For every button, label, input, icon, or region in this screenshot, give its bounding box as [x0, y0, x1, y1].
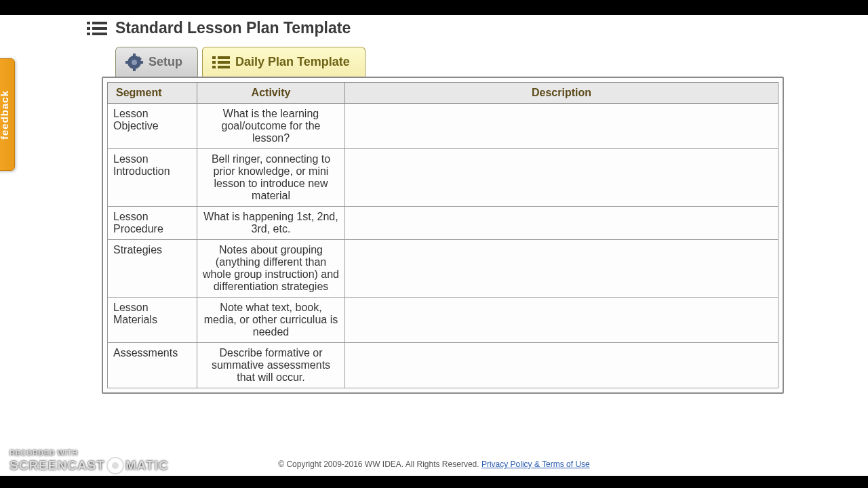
- svg-point-7: [132, 60, 137, 65]
- svg-rect-15: [212, 61, 216, 64]
- svg-rect-2: [87, 27, 90, 30]
- svg-rect-0: [87, 22, 90, 24]
- svg-rect-8: [133, 54, 136, 57]
- cell-activity: What is the learning goal/outcome for th…: [197, 104, 345, 149]
- col-activity: Activity: [197, 83, 345, 104]
- cell-segment: Lesson Objective: [108, 104, 197, 149]
- cell-description[interactable]: [345, 240, 778, 298]
- svg-rect-13: [212, 56, 216, 59]
- cell-description[interactable]: [345, 104, 778, 149]
- watermark-brand-left: SCREENCAST: [9, 458, 105, 473]
- table-row: Strategies Notes about grouping (anythin…: [108, 240, 778, 298]
- table-header-row: Segment Activity Description: [108, 83, 778, 104]
- cell-activity: Describe formative or summative assessme…: [197, 343, 345, 388]
- page-header: Standard Lesson Plan Template: [0, 15, 868, 45]
- table-row: Lesson Objective What is the learning go…: [108, 104, 778, 149]
- cell-activity: Notes about grouping (anything different…: [197, 240, 345, 298]
- watermark-line1: RECORDED WITH: [9, 449, 169, 457]
- cell-description[interactable]: [345, 149, 778, 207]
- tab-setup[interactable]: Setup: [115, 47, 198, 77]
- svg-rect-14: [218, 56, 230, 59]
- cell-segment: Lesson Materials: [108, 298, 197, 343]
- tab-bar: Setup Daily Plan Template: [115, 47, 366, 77]
- cell-segment: Lesson Procedure: [108, 207, 197, 240]
- template-frame: Setup Daily Plan Template Segment Activi…: [102, 77, 784, 394]
- tab-daily-label: Daily Plan Template: [235, 55, 350, 69]
- cell-description[interactable]: [345, 207, 778, 240]
- svg-rect-18: [218, 66, 230, 68]
- cell-segment: Strategies: [108, 240, 197, 298]
- record-icon: [106, 457, 124, 474]
- svg-rect-1: [92, 22, 107, 24]
- gear-icon: [125, 54, 143, 71]
- tab-setup-label: Setup: [149, 55, 182, 69]
- svg-rect-11: [140, 61, 143, 64]
- table-row: Assessments Describe formative or summat…: [108, 343, 778, 388]
- svg-rect-9: [133, 68, 136, 71]
- svg-rect-16: [218, 61, 230, 64]
- table-row: Lesson Procedure What is happening 1st, …: [108, 207, 778, 240]
- cell-activity: Bell ringer, connecting to prior knowled…: [197, 149, 345, 207]
- svg-rect-10: [125, 61, 129, 64]
- recorder-watermark: RECORDED WITH SCREENCAST MATIC: [9, 449, 169, 474]
- col-segment: Segment: [108, 83, 197, 104]
- list-icon: [87, 20, 107, 37]
- table-row: Lesson Materials Note what text, book, m…: [108, 298, 778, 343]
- privacy-terms-link[interactable]: Privacy Policy & Terms of Use: [481, 460, 590, 469]
- tab-daily-plan-template[interactable]: Daily Plan Template: [202, 47, 366, 77]
- col-description: Description: [345, 83, 778, 104]
- letterbox-top: [0, 0, 868, 15]
- svg-rect-17: [212, 66, 216, 68]
- cell-description[interactable]: [345, 343, 778, 388]
- plan-table: Segment Activity Description Lesson Obje…: [107, 82, 778, 388]
- cell-segment: Assessments: [108, 343, 197, 388]
- watermark-brand: SCREENCAST MATIC: [9, 457, 169, 474]
- table-row: Lesson Introduction Bell ringer, connect…: [108, 149, 778, 207]
- page-title: Standard Lesson Plan Template: [115, 19, 351, 37]
- cell-segment: Lesson Introduction: [108, 149, 197, 207]
- list-icon: [212, 56, 230, 69]
- svg-rect-4: [87, 33, 90, 35]
- watermark-brand-right: MATIC: [125, 458, 169, 473]
- svg-rect-5: [92, 33, 107, 35]
- letterbox-bottom: [0, 476, 868, 488]
- cell-activity: What is happening 1st, 2nd, 3rd, etc.: [197, 207, 345, 240]
- copyright-text: © Copyright 2009-2016 WW IDEA. All Right…: [278, 460, 481, 469]
- cell-description[interactable]: [345, 298, 778, 343]
- cell-activity: Note what text, book, media, or other cu…: [197, 298, 345, 343]
- svg-rect-3: [92, 27, 107, 30]
